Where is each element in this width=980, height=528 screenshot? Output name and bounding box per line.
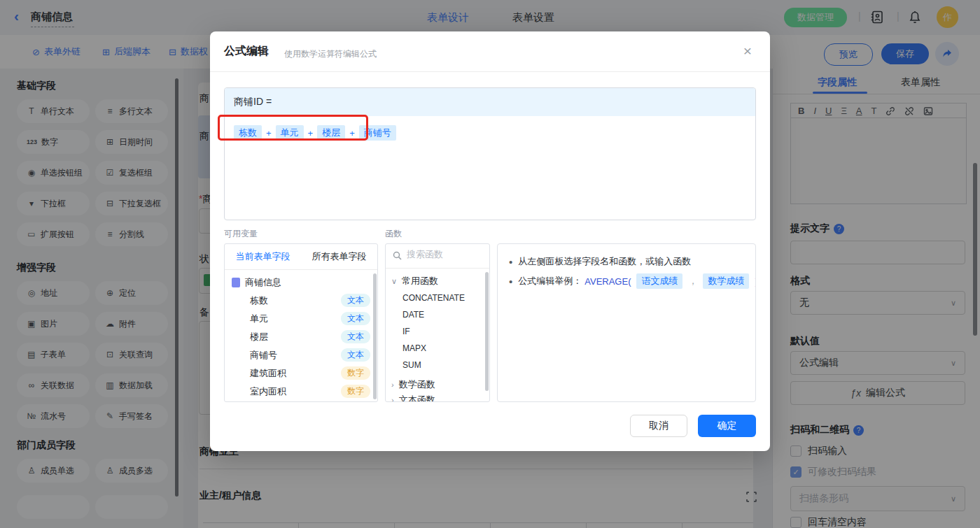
formula-target-label: 商铺ID =: [234, 96, 272, 108]
variables-tabs: 当前表单字段 所有表单字段: [225, 244, 377, 270]
function-group-common[interactable]: ∨ 常用函数: [391, 275, 438, 287]
bullet-icon: •: [509, 257, 512, 267]
functions-label: 函数: [385, 228, 402, 240]
chevron-right-icon: ›: [391, 396, 394, 402]
function-item[interactable]: CONCATENATE: [402, 293, 465, 303]
variable-item[interactable]: 楼层: [250, 331, 268, 343]
function-group-label: 文本函数: [399, 394, 435, 402]
bullet-icon: •: [509, 276, 512, 287]
example-close-paren: ): [755, 276, 756, 287]
cancel-button[interactable]: 取消: [630, 415, 687, 437]
hints-panel: • 从左侧面板选择字段名和函数，或输入函数 • 公式编辑举例： AVERAGE(…: [497, 243, 756, 402]
function-item[interactable]: SUM: [402, 360, 421, 370]
variable-item[interactable]: 建筑面积: [250, 367, 286, 380]
type-badge: 文本: [341, 294, 370, 307]
variable-item[interactable]: 栋数: [250, 294, 268, 307]
variables-label: 可用变量: [224, 228, 258, 240]
function-item[interactable]: MAPX: [402, 343, 426, 353]
tab-all-form-fields[interactable]: 所有表单字段: [301, 244, 377, 269]
function-group-text[interactable]: › 文本函数: [391, 394, 435, 402]
example-arg-chip: 语文成绩: [636, 273, 682, 289]
function-item[interactable]: DATE: [402, 310, 424, 320]
modal-title: 公式编辑: [224, 44, 269, 59]
search-icon: [393, 251, 402, 260]
confirm-button[interactable]: 确定: [698, 415, 756, 437]
formula-edit-modal: 公式编辑 使用数学运算符编辑公式 × 商铺ID = 栋数 + 单元 + 楼层 +…: [210, 31, 770, 451]
chevron-down-icon: ∨: [391, 277, 397, 286]
variables-root-label: 商铺信息: [245, 276, 281, 289]
modal-header-divider: [210, 71, 770, 72]
tab-current-form-fields[interactable]: 当前表单字段: [225, 244, 301, 269]
example-arg-chip: 数学成绩: [703, 273, 749, 289]
variables-scrollbar[interactable]: [373, 273, 377, 399]
hint-example-prefix: 公式编辑举例：: [518, 275, 582, 287]
type-badge: 文本: [341, 312, 370, 325]
type-badge: 数字: [341, 385, 370, 398]
example-function-name: AVERAGE(: [584, 276, 631, 287]
variables-panel: 当前表单字段 所有表单字段 商铺信息 栋数 文本 单元 文本 楼层 文本 商铺号…: [224, 243, 378, 402]
formula-target-bar: 商铺ID =: [225, 88, 755, 116]
variables-tree-root[interactable]: 商铺信息: [232, 276, 281, 289]
type-badge: 数字: [341, 366, 370, 380]
variable-item[interactable]: 商铺号: [250, 349, 277, 362]
form-file-icon: [232, 278, 240, 287]
function-item[interactable]: IF: [402, 327, 410, 336]
hint-line-1: • 从左侧面板选择字段名和函数，或输入函数: [509, 255, 691, 268]
functions-scrollbar[interactable]: [485, 272, 489, 391]
type-badge: 文本: [341, 330, 370, 343]
chevron-right-icon: ›: [391, 380, 394, 389]
function-search-input[interactable]: [405, 248, 485, 260]
modal-subtitle: 使用数学运算符编辑公式: [284, 48, 377, 60]
variable-item[interactable]: 单元: [250, 313, 268, 325]
function-group-math[interactable]: › 数学函数: [391, 378, 435, 391]
close-icon[interactable]: ×: [736, 40, 759, 62]
function-group-label: 常用函数: [402, 275, 438, 287]
formula-editor[interactable]: 商铺ID = 栋数 + 单元 + 楼层 + 商铺号: [224, 87, 756, 220]
example-comma: ，: [688, 275, 697, 287]
function-search: [386, 244, 489, 269]
annotation-highlight-box: [218, 115, 368, 141]
hint-line-2: • 公式编辑举例： AVERAGE( 语文成绩 ， 数学成绩 ): [509, 273, 756, 289]
variable-item[interactable]: 室内面积: [250, 385, 286, 398]
function-group-label: 数学函数: [399, 378, 435, 391]
type-badge: 文本: [341, 348, 370, 362]
functions-panel: ∨ 常用函数 CONCATENATE DATE IF MAPX SUM › 数学…: [385, 243, 490, 402]
app-window: ‹ 商铺信息 表单设计 表单设置 数据管理 | | 作 ⊘ 表单外链 ⊞ 后端脚…: [0, 0, 980, 528]
hint-text: 从左侧面板选择字段名和函数，或输入函数: [518, 255, 691, 268]
